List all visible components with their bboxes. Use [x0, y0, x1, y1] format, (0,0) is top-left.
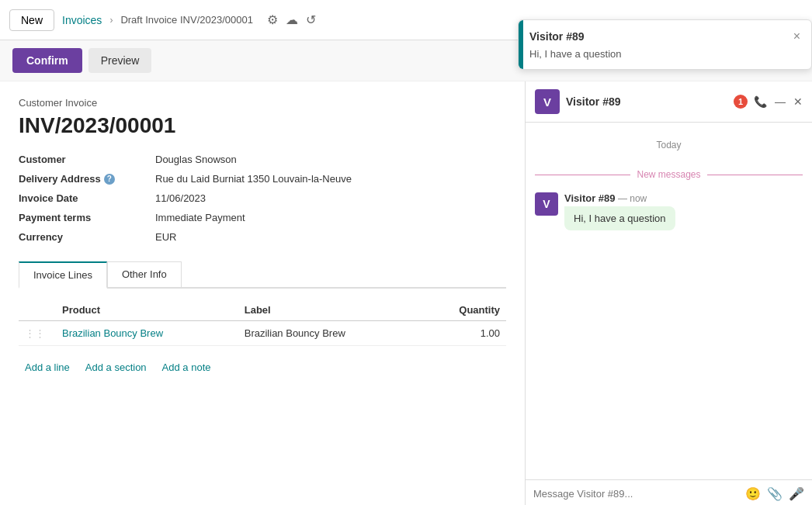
emoji-icon[interactable]: 🙂	[745, 486, 761, 501]
chat-popup: Visitor #89 × Hi, I have a question	[518, 19, 812, 70]
chat-header-icons: 📞 — ✕	[754, 95, 803, 108]
invoice-form: Customer Douglas Snowson Delivery Addres…	[19, 154, 506, 243]
chat-input[interactable]	[533, 488, 739, 500]
chat-popup-title: Visitor #89	[529, 30, 585, 43]
tab-other-info[interactable]: Other Info	[107, 261, 182, 287]
table-quantity-header: Quantity	[421, 299, 507, 321]
delivery-help-icon[interactable]: ?	[104, 174, 115, 185]
phone-icon[interactable]: 📞	[754, 95, 767, 108]
table-label-header: Label	[238, 299, 421, 321]
breadcrumb-sub: Draft Invoice INV/2023/00001	[120, 14, 253, 26]
chat-popup-accent	[519, 20, 523, 69]
table-product-header: Product	[56, 299, 238, 321]
chat-today-label: Today	[535, 140, 803, 150]
chat-bubble: Hi, I have a question	[564, 206, 675, 230]
payment-terms-label: Payment terms	[19, 212, 143, 223]
confirm-button[interactable]: Confirm	[12, 48, 82, 73]
top-bar-icons: ⚙ ☁ ↺	[267, 12, 316, 27]
attachment-icon[interactable]: 📎	[767, 486, 783, 501]
new-button[interactable]: New	[9, 9, 54, 31]
invoice-tabs: Invoice Lines Other Info	[19, 261, 506, 289]
chat-unread-badge: 1	[734, 95, 748, 109]
add-line-link[interactable]: Add a line	[25, 361, 70, 373]
customer-value[interactable]: Douglas Snowson	[155, 154, 506, 165]
chat-body: Today New messages V Visitor #89 — now H…	[526, 123, 812, 479]
chat-msg-sender: Visitor #89	[564, 192, 616, 204]
chat-msg-avatar: V	[535, 192, 558, 216]
invoice-type: Customer Invoice	[19, 97, 506, 109]
invoice-number: INV/2023/00001	[19, 113, 506, 138]
invoice-date-label: Invoice Date	[19, 192, 143, 204]
chat-input-icons: 🙂 📎 🎤	[745, 486, 804, 501]
chat-msg-content: Visitor #89 — now Hi, I have a question	[564, 192, 803, 230]
upload-icon[interactable]: ☁	[286, 12, 298, 27]
table-drag-header	[19, 299, 56, 321]
close-icon[interactable]: ✕	[793, 95, 803, 108]
delivery-value[interactable]: Rue du Laid Burniat 1350 Louvain-la-Neuv…	[155, 173, 506, 185]
chat-popup-close-icon[interactable]: ×	[793, 29, 800, 43]
chat-header: V Visitor #89 1 📞 — ✕	[526, 81, 812, 123]
mic-icon[interactable]: 🎤	[789, 486, 804, 501]
row-quantity[interactable]: 1.00	[421, 321, 507, 346]
breadcrumb-invoices-link[interactable]: Invoices	[62, 14, 102, 26]
invoice-area: Customer Invoice INV/2023/00001 Customer…	[0, 81, 525, 505]
chat-msg-time-separator: —	[618, 193, 630, 204]
breadcrumb-separator: ›	[109, 15, 113, 26]
chat-avatar: V	[535, 89, 560, 114]
chat-input-area: 🙂 📎 🎤	[526, 479, 812, 505]
chat-popup-header: Visitor #89 ×	[529, 29, 800, 43]
invoice-lines-table: Product Label Quantity ⋮⋮ Brazilian Boun…	[19, 299, 506, 346]
delivery-label: Delivery Address ?	[19, 173, 143, 185]
tab-invoice-lines[interactable]: Invoice Lines	[19, 261, 107, 289]
new-messages-divider: New messages	[535, 169, 803, 180]
row-drag-handle[interactable]: ⋮⋮	[19, 321, 56, 346]
settings-icon[interactable]: ⚙	[267, 12, 278, 27]
add-note-link[interactable]: Add a note	[162, 361, 211, 373]
main-layout: Customer Invoice INV/2023/00001 Customer…	[0, 81, 812, 505]
currency-label: Currency	[19, 231, 143, 243]
payment-terms-value[interactable]: Immediate Payment	[155, 212, 506, 223]
invoice-date-value[interactable]: 11/06/2023	[155, 192, 506, 204]
row-label[interactable]: Brazilian Bouncy Brew	[238, 321, 421, 346]
chat-panel: Visitor #89 × Hi, I have a question V Vi…	[525, 81, 812, 505]
chat-popup-message: Hi, I have a question	[529, 48, 800, 60]
refresh-icon[interactable]: ↺	[306, 12, 316, 27]
preview-button[interactable]: Preview	[88, 48, 152, 73]
add-section-link[interactable]: Add a section	[85, 361, 147, 373]
customer-label: Customer	[19, 154, 143, 165]
row-product[interactable]: Brazilian Bouncy Brew	[56, 321, 238, 346]
chat-msg-time: now	[630, 193, 647, 204]
new-messages-label: New messages	[637, 169, 700, 180]
chat-message-row: V Visitor #89 — now Hi, I have a questio…	[535, 192, 803, 230]
chat-header-name: Visitor #89	[566, 95, 727, 108]
add-links: Add a line Add a section Add a note	[19, 357, 506, 378]
minimize-icon[interactable]: —	[775, 95, 786, 108]
currency-value[interactable]: EUR	[155, 231, 506, 243]
chat-msg-meta: Visitor #89 — now	[564, 192, 803, 204]
table-row: ⋮⋮ Brazilian Bouncy Brew Brazilian Bounc…	[19, 321, 506, 346]
